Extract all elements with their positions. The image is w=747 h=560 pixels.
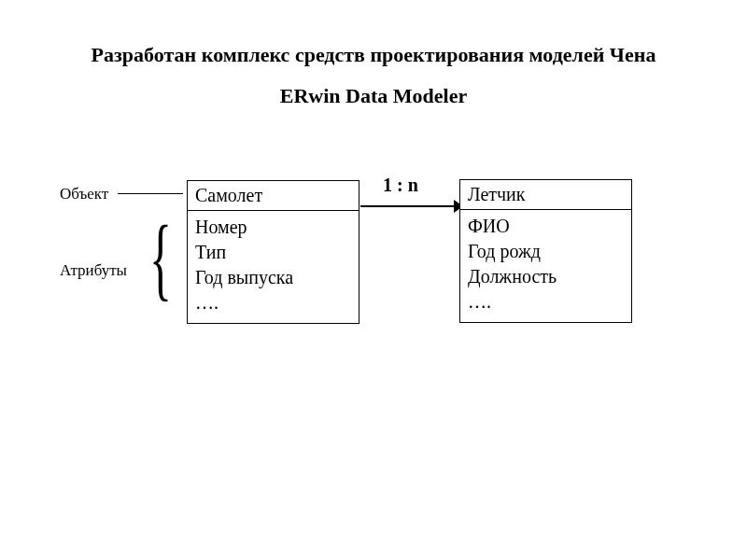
attr-item: Номер [195,215,351,240]
page-title: Разработан комплекс средств проектирован… [0,43,747,67]
entity-left-attrs: Номер Тип Год выпуска …. [188,211,359,323]
brace-icon: { [149,212,172,305]
attr-item: Год рожд [468,239,624,264]
object-connector-line [118,193,183,194]
page-subtitle: ERwin Data Modeler [0,84,747,108]
entity-right-header: Летчик [460,180,631,210]
attr-item: Должность [468,264,624,289]
attr-item: ФИО [468,214,624,239]
attr-item: Год выпуска [195,265,351,290]
relationship-label: 1 : n [383,175,418,196]
entity-right: Летчик ФИО Год рожд Должность …. [459,179,632,323]
entity-right-attrs: ФИО Год рожд Должность …. [460,210,631,322]
entity-left-header: Самолет [188,181,359,211]
attr-item: Тип [195,240,351,265]
label-attributes: Атрибуты [60,261,127,280]
attr-item: …. [468,289,624,315]
label-object: Объект [60,185,108,203]
entity-left: Самолет Номер Тип Год выпуска …. [187,180,359,324]
relationship-arrow-line [360,205,458,207]
attr-item: …. [195,290,351,315]
